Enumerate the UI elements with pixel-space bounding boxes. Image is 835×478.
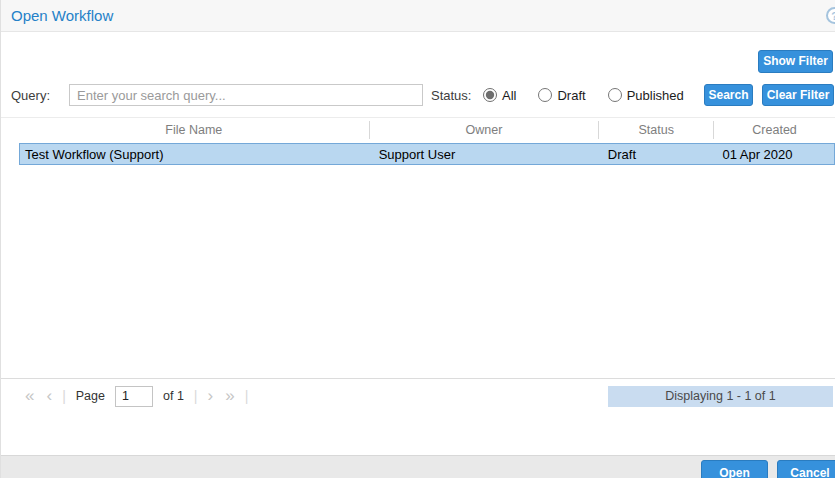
column-header-file-name[interactable]: File Name [19,121,369,139]
table-row[interactable]: Test Workflow (Support) Support User Dra… [19,143,835,165]
status-option-all[interactable]: All [483,88,516,103]
prev-page-icon[interactable]: ‹ [40,385,58,407]
query-label: Query: [11,88,50,103]
search-button[interactable]: Search [704,84,753,106]
clear-filter-button[interactable]: Clear Filter [762,84,834,106]
status-option-draft[interactable]: Draft [538,88,585,103]
open-button[interactable]: Open [701,460,768,478]
status-option-published[interactable]: Published [608,88,684,103]
status-radio-all[interactable] [483,88,497,102]
displaying-status-bar: Displaying 1 - 1 of 1 [608,386,833,407]
column-header-owner[interactable]: Owner [369,121,599,139]
dialog-titlebar: Open Workflow ? [1,0,835,32]
cancel-button[interactable]: Cancel [777,460,835,478]
status-radio-group: All Draft Published [483,84,706,106]
paging-toolbar: « ‹ | Page of 1 | › » | [19,383,252,409]
first-page-icon[interactable]: « [19,385,40,407]
help-icon[interactable]: ? [826,7,835,24]
page-label: Page [70,389,111,403]
last-page-icon[interactable]: » [219,385,240,407]
cell-status: Draft [598,147,713,162]
next-page-icon[interactable]: › [201,385,219,407]
status-option-draft-label: Draft [557,88,585,103]
pager-separator: | [58,388,70,404]
status-label: Status: [431,88,471,103]
show-filter-button[interactable]: Show Filter [758,50,833,73]
pager-divider [1,378,835,379]
grid-header: File Name Owner Status Created [19,118,835,142]
column-header-created[interactable]: Created [713,121,835,139]
column-header-status[interactable]: Status [598,121,713,139]
status-radio-draft[interactable] [538,88,552,102]
pager-separator: | [241,388,253,404]
cell-created: 01 Apr 2020 [712,147,834,162]
page-number-input[interactable] [115,386,153,407]
cell-file-name: Test Workflow (Support) [20,147,369,162]
status-option-published-label: Published [627,88,684,103]
pager-separator: | [190,388,202,404]
cell-owner: Support User [369,147,598,162]
status-option-all-label: All [502,88,516,103]
status-radio-published[interactable] [608,88,622,102]
page-of-label: of 1 [157,389,190,403]
search-query-input[interactable] [69,84,423,106]
open-workflow-dialog: Open Workflow ? Show Filter Query: Statu… [0,0,835,478]
page-title: Open Workflow [11,0,113,31]
